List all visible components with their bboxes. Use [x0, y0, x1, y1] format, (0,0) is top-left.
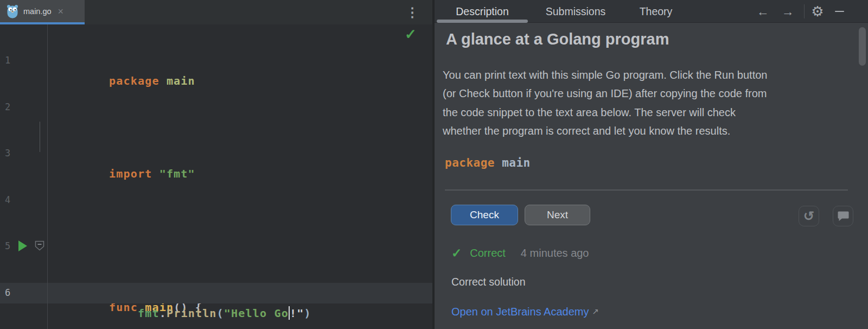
tab-description[interactable]: Description: [437, 0, 528, 23]
forward-arrow-icon[interactable]: →: [778, 0, 797, 23]
leave-comment-button[interactable]: [833, 206, 853, 226]
code-line-5: 5 func main() {: [0, 236, 432, 257]
line-number: 5: [5, 236, 10, 257]
back-arrow-icon[interactable]: ←: [754, 0, 772, 23]
code-token: fmt: [138, 307, 159, 320]
line-number: 6: [5, 283, 10, 303]
code-token: import: [109, 167, 152, 180]
code-token: Println: [167, 307, 217, 320]
code-token: package: [109, 74, 159, 87]
undo-icon: ↺: [803, 208, 814, 224]
code-token: "Hello Go: [224, 307, 289, 320]
comment-icon: [838, 211, 849, 222]
close-icon[interactable]: ×: [58, 7, 64, 16]
check-result-row: ✓ Correct 4 minutes ago: [451, 246, 589, 261]
run-gutter-icon[interactable]: [18, 241, 27, 251]
code-snippet: package main: [445, 156, 531, 169]
line-number: 1: [5, 50, 10, 71]
result-label: Correct: [470, 247, 506, 260]
tab-filename: main.go: [23, 7, 52, 16]
check-button[interactable]: Check: [451, 205, 518, 225]
fold-region-line: [40, 122, 40, 152]
task-title: A glance at a Golang program: [446, 30, 669, 48]
panel-header: Description Submissions Theory ← → ⚙: [435, 0, 868, 23]
task-description-panel: Description Submissions Theory ← → ⚙ A g…: [435, 0, 868, 329]
code-line-4: 4: [0, 190, 432, 211]
content-divider: [445, 189, 848, 191]
panel-scrollbar[interactable]: [859, 27, 866, 66]
reset-task-button[interactable]: ↺: [799, 206, 819, 226]
code-line-1: 1package main: [0, 50, 432, 71]
gear-icon[interactable]: ⚙: [808, 0, 827, 23]
snippet-keyword: package: [445, 156, 495, 169]
line-number: 2: [5, 97, 10, 118]
task-description-text: You can print text with this simple Go p…: [443, 66, 855, 141]
line-number: 4: [5, 190, 10, 211]
code-line-3: 3import "fmt": [0, 143, 432, 164]
next-button[interactable]: Next: [525, 205, 590, 225]
open-on-jetbrains-academy-link[interactable]: Open on JetBrains Academy↗: [451, 306, 599, 318]
editor-more-menu-icon[interactable]: ⋮: [406, 3, 419, 22]
success-check-icon: ✓: [451, 246, 462, 261]
ide-window: main.go × ⋮ ✓ 1package main 2 3import "f…: [0, 0, 868, 329]
editor-pane: main.go × ⋮ ✓ 1package main 2 3import "f…: [0, 0, 432, 329]
result-timestamp: 4 minutes ago: [521, 247, 589, 260]
fold-start-icon[interactable]: [35, 241, 44, 251]
code-token: main: [167, 74, 195, 87]
editor-tab-main-go[interactable]: main.go ×: [0, 0, 85, 24]
minimize-icon[interactable]: [831, 0, 848, 23]
gopher-icon: [7, 4, 18, 18]
line-number: 3: [5, 143, 10, 164]
tab-submissions[interactable]: Submissions: [528, 0, 623, 23]
code-editor[interactable]: 1package main 2 3import "fmt" 4 5 func m…: [0, 24, 432, 329]
external-link-icon: ↗: [592, 307, 599, 316]
code-token: "fmt": [159, 167, 195, 180]
header-divider: [804, 4, 805, 18]
snippet-name: main: [502, 156, 531, 169]
code-line-6-current: 6fmt.Println("Hello Go!"): [0, 283, 432, 303]
editor-tab-bar: main.go × ⋮: [0, 0, 432, 24]
solution-text: Correct solution: [451, 276, 526, 288]
tab-theory[interactable]: Theory: [623, 0, 688, 23]
code-line-2: 2: [0, 97, 432, 118]
gutter-separator: [47, 24, 48, 329]
